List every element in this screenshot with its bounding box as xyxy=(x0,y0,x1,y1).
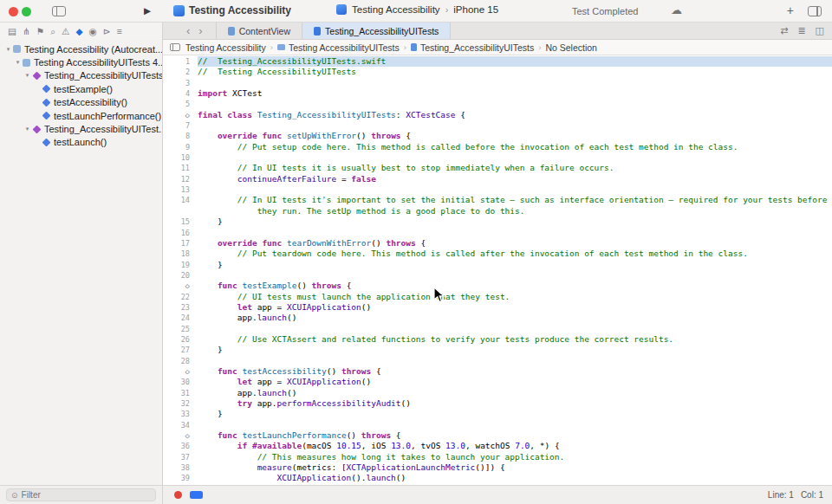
tree-row[interactable]: testLaunch() xyxy=(0,136,162,149)
code-line[interactable]: ◇final class Testing_AccessibilityUITest… xyxy=(163,110,832,120)
filter-field[interactable]: ⊙ xyxy=(6,488,156,501)
line-number: 15 xyxy=(163,216,198,227)
editor-layout-icon[interactable] xyxy=(808,6,822,16)
tree-row[interactable]: testLaunchPerformance() xyxy=(0,109,162,122)
code-line[interactable]: 37 // This measures how long it takes to… xyxy=(163,452,832,462)
line-number: 8 xyxy=(163,131,198,141)
code-line[interactable]: 7 xyxy=(163,120,832,131)
scheme-name[interactable]: Testing Accessibility xyxy=(352,4,440,15)
code-review-icon[interactable]: ⇄ xyxy=(780,25,788,36)
line-number: 16 xyxy=(163,228,198,238)
breadcrumb-item[interactable]: Testing AccessibilityUITests xyxy=(277,42,400,53)
tree-row[interactable]: ▾Testing Accessibility (Autocreat... xyxy=(0,42,162,55)
add-editor-icon[interactable]: ◫ xyxy=(816,25,824,36)
code-line[interactable]: 30 let app = XCUIApplication() xyxy=(163,377,832,387)
breadcrumb-item[interactable]: No Selection xyxy=(545,42,597,53)
code-line[interactable]: 28 xyxy=(163,356,832,366)
code-line[interactable]: 23 let app = XCUIApplication() xyxy=(163,302,832,313)
breadcrumb-item[interactable]: Testing Accessibility xyxy=(185,42,266,53)
close-button[interactable] xyxy=(9,7,18,16)
code-line[interactable]: 32 try app.performAccessibilityAudit() xyxy=(163,398,832,409)
tree-row[interactable]: ▾Testing_AccessibilityUITests xyxy=(0,69,162,82)
issue-navigator-icon[interactable]: ⚠ xyxy=(62,26,69,36)
tree-row[interactable]: ▾Testing_AccessibilityUITest... xyxy=(0,122,162,135)
code-line[interactable]: ◇ func testExample() throws { xyxy=(163,281,832,291)
filter-input[interactable] xyxy=(22,490,151,500)
code-line[interactable]: 19 } xyxy=(163,260,832,270)
line-number: 23 xyxy=(163,302,198,313)
line-number: 4 xyxy=(163,88,198,99)
code-line[interactable]: 27 } xyxy=(163,345,832,355)
forward-button[interactable]: › xyxy=(194,23,206,40)
source-control-navigator-icon[interactable]: ⋔ xyxy=(23,26,30,36)
adjust-editor-icon[interactable]: ≣ xyxy=(797,25,805,36)
code-line[interactable]: they run. The setUp method is a good pla… xyxy=(163,206,832,216)
jump-bar: Testing Accessibility›Testing Accessibil… xyxy=(163,40,832,55)
bookmark-navigator-icon[interactable]: ⚑ xyxy=(36,26,44,36)
tree-row[interactable]: ▾Testing AccessibilityUITests 4... xyxy=(0,55,162,68)
code-line[interactable]: 36 if #available(macOS 10.15, iOS 13.0, … xyxy=(163,441,832,451)
code-line[interactable]: 4import XCTest xyxy=(163,88,832,99)
code-line[interactable]: 1// Testing_AccessibilityUITests.swift xyxy=(163,56,832,67)
related-items-icon[interactable] xyxy=(170,43,180,51)
code-line[interactable]: 13 xyxy=(163,184,832,195)
line-number: 9 xyxy=(163,142,198,152)
code-line[interactable]: ◇ func testLaunchPerformance() throws { xyxy=(163,430,832,441)
code-line[interactable]: 18 // Put teardown code here. This metho… xyxy=(163,249,832,259)
tree-row[interactable]: testExample() xyxy=(0,82,162,95)
line-number: 25 xyxy=(163,324,198,334)
report-navigator-icon[interactable]: ≡ xyxy=(117,26,122,36)
test-diamond-icon[interactable]: ◇ xyxy=(163,110,198,120)
code-editor[interactable]: 1// Testing_AccessibilityUITests.swift2/… xyxy=(163,55,832,485)
code-line[interactable]: 38 measure(metrics: [XCTApplicationLaunc… xyxy=(163,462,832,473)
zoom-button[interactable] xyxy=(22,7,31,16)
breakpoint-pill-icon[interactable] xyxy=(190,491,203,499)
code-line[interactable]: 24 app.launch() xyxy=(163,313,832,323)
code-line[interactable]: 3 xyxy=(163,78,832,88)
editor-tab[interactable]: ContentView xyxy=(216,23,302,39)
code-line[interactable]: 12 continueAfterFailure = false xyxy=(163,174,832,184)
code-line[interactable]: 5 xyxy=(163,99,832,109)
run-button[interactable]: ▶ xyxy=(144,5,151,16)
editor-tab[interactable]: Testing_AccessibilityUITests xyxy=(302,23,451,39)
code-line[interactable]: 14 // In UI tests it's important to set … xyxy=(163,195,832,205)
test-navigator-icon[interactable]: ◆ xyxy=(75,26,82,36)
run-destination[interactable]: iPhone 15 xyxy=(453,4,498,15)
code-line[interactable]: 11 // In UI tests it is usually best to … xyxy=(163,163,832,173)
code-line[interactable]: 10 xyxy=(163,152,832,163)
cloud-icon[interactable]: ☁ xyxy=(671,3,682,16)
code-line[interactable]: 31 app.launch() xyxy=(163,388,832,398)
test-diamond-icon[interactable]: ◇ xyxy=(163,281,198,291)
code-line[interactable]: 33 } xyxy=(163,409,832,419)
code-line[interactable]: 16 xyxy=(163,228,832,238)
scheme-selector[interactable]: Testing Accessibility › iPhone 15 xyxy=(336,4,498,15)
test-diamond-icon[interactable]: ◇ xyxy=(163,366,198,377)
code-line[interactable]: 34 xyxy=(163,420,832,430)
code-line[interactable]: 15 } xyxy=(163,216,832,227)
issue-dot-icon[interactable] xyxy=(174,491,182,499)
toggle-navigator-icon[interactable] xyxy=(52,6,66,16)
code-line[interactable]: 25 xyxy=(163,324,832,334)
code-line[interactable]: 39 XCUIApplication().launch() xyxy=(163,473,832,483)
code-line[interactable]: 17 override func tearDownWithError() thr… xyxy=(163,238,832,249)
project-navigator-icon[interactable]: ▤ xyxy=(8,26,16,36)
code-line[interactable]: 9 // Put setup code here. This method is… xyxy=(163,142,832,152)
find-navigator-icon[interactable]: ⌕ xyxy=(50,26,55,37)
code-line[interactable]: 20 xyxy=(163,270,832,281)
library-add-icon[interactable]: + xyxy=(787,3,794,17)
test-diamond-icon[interactable]: ◇ xyxy=(163,430,198,441)
debug-navigator-icon[interactable]: ◉ xyxy=(89,26,97,36)
filter-bar: ⊙ xyxy=(0,486,163,504)
code-line[interactable]: 22 // UI tests must launch the applicati… xyxy=(163,292,832,302)
code-line[interactable]: ◇ func testAccessibility() throws { xyxy=(163,366,832,377)
line-number: 22 xyxy=(163,292,198,302)
breadcrumb-item[interactable]: Testing_AccessibilityUITests xyxy=(411,42,534,53)
code-line[interactable]: 2// Testing AccessibilityUITests xyxy=(163,67,832,77)
line-number: 19 xyxy=(163,260,198,270)
code-line[interactable]: 26 // Use XCTAssert and related function… xyxy=(163,334,832,345)
breakpoint-navigator-icon[interactable]: ⊳ xyxy=(103,26,111,36)
back-button[interactable]: ‹ xyxy=(182,23,194,40)
tree-row[interactable]: testAccessibility() xyxy=(0,96,162,109)
code-line[interactable]: 8 override func setUpWithError() throws … xyxy=(163,131,832,141)
line-number: 3 xyxy=(163,78,198,88)
